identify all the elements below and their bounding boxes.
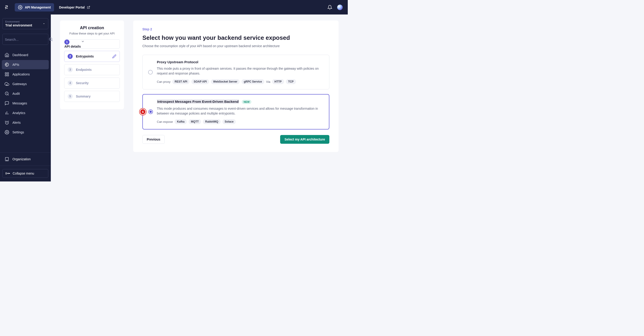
option-tags: Can expose Kafka MQTT RabbitMQ Solace [157,119,324,124]
option-introspect-messages[interactable]: 6 Introspect Messages From Event-Driven … [142,94,329,130]
topbar: API Management Developer Portal [0,0,348,14]
sidebar-item-analytics[interactable]: Analytics [2,108,49,118]
tag-mid: Via [266,80,270,84]
sidebar-item-label: Applications [12,72,30,76]
chevron-down-icon [81,40,85,43]
tag: WebSocket Server [211,79,240,84]
step-expand-button[interactable] [81,40,85,48]
environment-selector[interactable]: Environment Trial environment [2,18,48,29]
gear-icon [4,130,9,134]
tag: TCP [286,79,296,84]
bell-icon [327,5,332,10]
tag: MQTT [188,119,201,124]
sidebar-item-label: Analytics [12,111,25,115]
step-label: Endpoints [76,68,92,72]
organization-icon [4,157,9,162]
stepper-subtitle: Follow these steps to get your API [64,32,120,35]
stepper-title: API creation [64,26,120,30]
step-label: API details [64,44,81,48]
step-indicator: Step 2 [142,27,329,31]
svg-rect-8 [7,75,9,76]
collapse-icon [6,172,10,175]
option-description: This mode puts a proxy in front of upstr… [157,66,324,76]
radio-checked-icon[interactable] [148,110,153,114]
select-architecture-button[interactable]: Select my API architecture [280,135,329,144]
step-number: 1 [64,40,70,44]
step-summary[interactable]: 5 Summary [64,91,120,102]
sidebar: Environment Trial environment Dashboard [0,14,51,182]
edit-icon[interactable] [112,54,116,58]
collapse-menu-button[interactable]: Collapse menu [2,169,48,178]
main-content: API creation Follow these steps to get y… [51,14,348,182]
app-logo[interactable] [4,4,9,10]
tag: Kafka [174,119,187,124]
annotation-marker: 6 [140,108,146,115]
sidebar-item-apis[interactable]: APIs [2,60,49,69]
step-number: 2 [68,54,73,59]
tag: gRPC Service [242,79,264,84]
step-number: 4 [68,80,73,86]
svg-rect-21 [6,172,6,174]
organization-label: Organization [12,157,30,161]
step-endpoints[interactable]: 3 Endpoints [64,64,120,75]
avatar-icon [337,4,343,10]
nav-developer-portal-label: Developer Portal [59,6,85,9]
option-title: Introspect Messages From Event-Driven Ba… [157,99,239,104]
step-label: Entrypoints [76,54,94,58]
gear-badge-icon [18,5,22,10]
svg-rect-6 [7,73,9,74]
nav-developer-portal[interactable]: Developer Portal [56,4,94,11]
analytics-icon [4,110,9,115]
api-icon [4,62,9,67]
tag: REST API [172,79,190,84]
step-number: 5 [68,94,73,99]
user-avatar[interactable] [336,3,344,12]
chevron-down-icon [42,22,45,25]
step-entrypoints[interactable]: 2 Entrypoints [64,51,120,62]
tag: SOAP API [191,79,209,84]
collapse-label: Collapse menu [13,172,34,175]
option-proxy-upstream[interactable]: Proxy Upstream Protocol This mode puts a… [142,55,329,90]
svg-line-10 [8,94,9,96]
svg-rect-7 [5,75,7,76]
svg-rect-5 [5,73,7,74]
tag: Solace [222,119,236,124]
sidebar-item-dashboard[interactable]: Dashboard [2,50,49,60]
tag: HTTP [272,79,284,84]
environment-label: Environment [5,20,45,23]
sidebar-item-label: Audit [12,92,20,96]
sidebar-item-gateways[interactable]: Gateways [2,79,49,88]
sidebar-item-applications[interactable]: Applications [2,70,49,79]
svg-point-15 [6,132,8,133]
notifications-button[interactable] [326,3,334,12]
sidebar-item-organization[interactable]: Organization [0,153,50,166]
clock-icon [4,120,9,125]
sidebar-item-label: APIs [12,63,19,66]
tag-lead: Can expose [157,120,173,124]
step-security[interactable]: 4 Security [64,78,120,88]
stepper-card: API creation Follow these steps to get y… [60,20,124,109]
sidebar-item-messages[interactable]: Messages [2,99,49,108]
previous-button[interactable]: Previous [142,135,165,144]
tag-lead: Can proxy [157,80,170,84]
sidebar-item-alerts[interactable]: Alerts [2,118,49,127]
option-tags: Can proxy REST API SOAP API WebSocket Se… [157,79,324,84]
messages-icon [4,101,9,106]
step-api-details[interactable]: 1 API details [64,39,120,48]
nav-api-management[interactable]: API Management [15,3,54,12]
new-badge: NEW [242,100,252,104]
sidebar-item-audit[interactable]: Audit [2,89,49,98]
content-card: Step 2 Select how you want your backend … [133,20,338,152]
search-input[interactable] [5,38,48,42]
sidebar-item-label: Messages [12,102,27,105]
sidebar-item-label: Settings [12,130,24,134]
sidebar-item-settings[interactable]: Settings [2,128,49,137]
apps-icon [4,72,9,76]
step-label: Summary [76,94,90,98]
radio-unchecked-icon[interactable] [148,70,153,74]
page-description: Choose the consumption style of your API… [142,44,329,48]
search-box[interactable] [2,34,48,45]
svg-point-0 [20,7,21,8]
sidebar-item-label: Alerts [12,121,21,124]
option-description: This mode produces and consumes messages… [157,106,324,116]
